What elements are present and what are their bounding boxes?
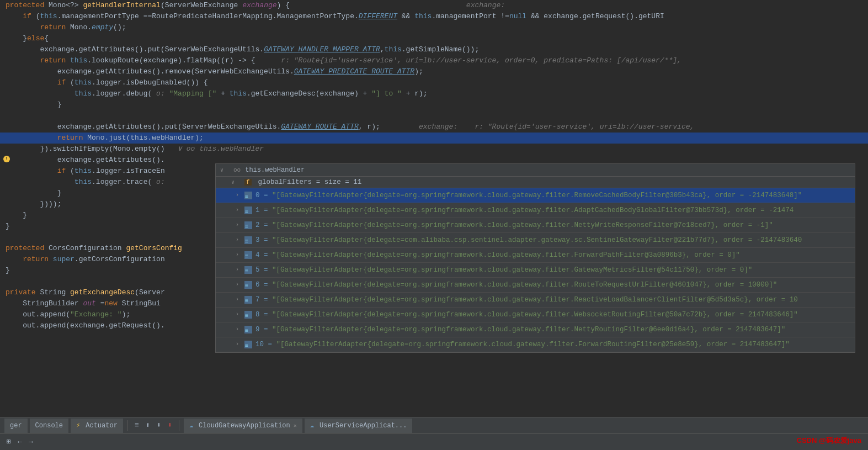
- item-4-icon: [244, 251, 252, 259]
- item-1-icon: [244, 207, 252, 214]
- prev-arrow[interactable]: ←: [15, 438, 24, 447]
- item-0-icon: [244, 192, 252, 199]
- item-7-icon: [244, 296, 252, 304]
- nav-icon-group: ⊞ ← →: [4, 438, 35, 447]
- item-10-expand[interactable]: ›: [236, 339, 242, 350]
- filter-item-9[interactable]: › 9 = "[GatewayFilterAdapter{delegate=or…: [216, 322, 855, 337]
- bottom-tab-bar: ger Console ⚡ Actuator ≡ ⬆ ⬇ ⬇ ☁ CloudGa…: [0, 417, 868, 434]
- tab-divider-2: [179, 420, 179, 431]
- code-line-4: } else {: [0, 33, 868, 44]
- filter-item-3[interactable]: › 3 = "[GatewayFilterAdapter{delegate=co…: [216, 233, 855, 248]
- code-line-14: }).switchIfEmpty(Mono.empty() ∨ oo this.…: [0, 144, 868, 155]
- header-oo-icon: oo: [233, 167, 241, 173]
- code-line-8: if (this.logger.isDebugEnabled()) {: [0, 77, 868, 88]
- tab-user-service[interactable]: ☁ UserServiceApplicat...: [305, 419, 413, 433]
- item-6-icon: [244, 281, 252, 289]
- code-line-3: return Mono.empty();: [0, 22, 868, 33]
- filter-item-1[interactable]: › 1 = "[GatewayFilterAdapter{delegate=or…: [216, 203, 855, 218]
- code-line-1: protected Mono<?> getHandlerInternal(Ser…: [0, 0, 868, 11]
- tab-console-label: Console: [35, 422, 63, 430]
- filter-item-10[interactable]: › 10 = "[GatewayFilterAdapter{delegate=o…: [216, 337, 855, 352]
- filter-item-4[interactable]: › 4 = "[GatewayFilterAdapter{delegate=or…: [216, 248, 855, 263]
- filter-item-7[interactable]: › 7 = "[GatewayFilterAdapter{delegate=or…: [216, 293, 855, 308]
- bottom-toolbar: ⊞ ← →: [0, 434, 868, 450]
- subheader-f-icon: f: [244, 179, 252, 186]
- debugger-tooltip: ∨ oo this.webHandler ∨ f globalFilters =…: [215, 163, 855, 353]
- code-line-5: exchange.getAttributes().put(ServerWebEx…: [0, 44, 868, 55]
- filter-item-2[interactable]: › 2 = "[GatewayFilterAdapter{delegate=or…: [216, 218, 855, 233]
- tab-cloud-gateway[interactable]: ☁ CloudGatewayApplication ✕: [184, 419, 302, 433]
- next-arrow[interactable]: →: [26, 438, 35, 447]
- item-8-icon: [244, 311, 252, 319]
- filter-item-0[interactable]: › 0 = "[GatewayFilterAdapter{delegate=or…: [216, 188, 855, 203]
- item-10-icon: [244, 341, 252, 348]
- toolbar-up-icon[interactable]: ⬆: [143, 421, 152, 430]
- code-line-13-highlighted: return Mono.just(this.webHandler);: [0, 133, 868, 144]
- filter-item-8[interactable]: › 8 = "[GatewayFilterAdapter{delegate=or…: [216, 308, 855, 322]
- editor-area: protected Mono<?> getHandlerInternal(Ser…: [0, 0, 868, 450]
- item-0-expand[interactable]: ›: [236, 190, 242, 201]
- toolbar-list-icon[interactable]: ≡: [132, 421, 141, 430]
- grid-icon[interactable]: ⊞: [4, 438, 13, 447]
- cloud-icon: ☁: [189, 421, 193, 430]
- tab-ger[interactable]: ger: [4, 419, 28, 433]
- warning-indicator: !: [3, 156, 10, 162]
- close-cloud-tab[interactable]: ✕: [294, 422, 297, 429]
- header-expand-arrow[interactable]: ∨: [220, 167, 227, 173]
- item-6-expand[interactable]: ›: [236, 279, 242, 290]
- item-5-icon: [244, 266, 252, 274]
- code-line-6: return this.lookupRoute(exchange).flatMa…: [0, 55, 868, 66]
- item-1-expand[interactable]: ›: [236, 205, 242, 216]
- item-8-expand[interactable]: ›: [236, 309, 242, 320]
- header-webhandler-label: this.webHandler: [245, 166, 305, 174]
- filter-item-6[interactable]: › 6 = "[GatewayFilterAdapter{delegate=or…: [216, 278, 855, 293]
- toolbar-down-icon[interactable]: ⬇: [155, 421, 163, 430]
- code-line-10: }: [0, 99, 868, 110]
- item-9-expand[interactable]: ›: [236, 324, 242, 335]
- code-line-9: this.logger.debug( o: "Mapping [" + this…: [0, 88, 868, 99]
- cloud-app-label: CloudGatewayApplication: [199, 422, 290, 430]
- csdn-branding: CSDN @码农爱java: [797, 436, 861, 446]
- subheader-label: globalFilters = size = 11: [258, 178, 362, 186]
- item-5-expand[interactable]: ›: [236, 264, 242, 276]
- item-3-icon: [244, 236, 252, 244]
- tab-ger-label: ger: [10, 422, 22, 430]
- tooltip-header-row2: ∨ f globalFilters = size = 11: [216, 177, 855, 188]
- user-app-label: UserServiceApplicat...: [319, 422, 407, 430]
- item-3-expand[interactable]: ›: [236, 235, 242, 246]
- filter-item-5[interactable]: › 5 = "[GatewayFilterAdapter{delegate=or…: [216, 263, 855, 278]
- code-line-2: if (this.managementPortType == RoutePred…: [0, 11, 868, 22]
- user-app-icon: ☁: [310, 421, 314, 430]
- item-2-expand[interactable]: ›: [236, 220, 242, 231]
- bottom-panel: ger Console ⚡ Actuator ≡ ⬆ ⬇ ⬇ ☁ CloudGa…: [0, 417, 868, 450]
- item-7-expand[interactable]: ›: [236, 294, 242, 305]
- tab-console[interactable]: Console: [30, 419, 68, 433]
- code-line-7: exchange.getAttributes().remove(ServerWe…: [0, 66, 868, 77]
- code-line-12: exchange.getAttributes().put(ServerWebEx…: [0, 121, 868, 133]
- actuator-icon: ⚡: [76, 421, 80, 430]
- item-2-icon: [244, 221, 252, 229]
- item-9-icon: [244, 326, 252, 333]
- tab-divider: [127, 420, 128, 431]
- subheader-expand-arrow[interactable]: ∨: [231, 179, 238, 186]
- toolbar-down-red-icon[interactable]: ⬇: [166, 421, 174, 430]
- tab-actuator-label: Actuator: [86, 422, 118, 430]
- item-4-expand[interactable]: ›: [236, 250, 242, 261]
- tab-actuator[interactable]: ⚡ Actuator: [71, 419, 123, 433]
- tooltip-header-row1: ∨ oo this.webHandler: [216, 164, 855, 177]
- code-line-11: [0, 110, 868, 121]
